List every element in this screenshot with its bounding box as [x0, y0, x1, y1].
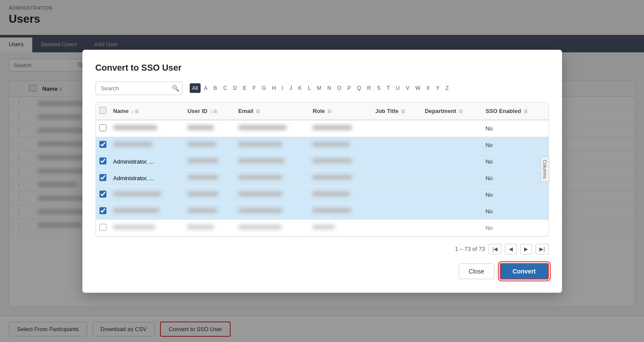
- modal-search-icon: 🔍: [172, 85, 179, 92]
- col-header-userid[interactable]: User ID ↕☰: [184, 103, 235, 120]
- alpha-btn-f[interactable]: F: [250, 83, 258, 93]
- row-name-cell: [110, 120, 184, 137]
- alpha-btn-b[interactable]: B: [211, 83, 220, 93]
- alpha-btn-v[interactable]: V: [403, 83, 412, 93]
- row-checkbox[interactable]: [99, 174, 106, 181]
- department-filter-icon[interactable]: ☰: [459, 109, 463, 114]
- col-header-sso[interactable]: SSO Enabled ☰: [482, 103, 548, 120]
- alpha-btn-o[interactable]: O: [334, 83, 344, 93]
- alpha-btn-d[interactable]: D: [231, 83, 240, 93]
- alpha-btn-l[interactable]: L: [305, 83, 313, 93]
- row-role-cell: [309, 186, 372, 203]
- row-role-cell: [309, 170, 372, 186]
- convert-button[interactable]: Convert: [500, 263, 549, 280]
- row-jobtitle-cell: [372, 137, 422, 153]
- table-row: No: [96, 186, 549, 203]
- sso-value: No: [485, 158, 493, 165]
- col-header-role[interactable]: Role ☰: [309, 103, 372, 120]
- alphabet-bar: All A B C D E F G H I J K L M N O P: [190, 83, 452, 93]
- col-header-name[interactable]: Name ↕☰: [110, 103, 184, 120]
- jobtitle-filter-icon[interactable]: ☰: [401, 109, 405, 114]
- row-jobtitle-cell: [372, 170, 422, 186]
- alpha-btn-s[interactable]: S: [375, 83, 383, 93]
- row-checkbox-cell: [96, 186, 110, 203]
- row-checkbox[interactable]: [99, 191, 106, 198]
- sso-value: No: [485, 192, 493, 198]
- columns-side-button[interactable]: Columns: [541, 157, 549, 181]
- alpha-btn-c[interactable]: C: [221, 83, 230, 93]
- row-sso-cell: No: [482, 137, 548, 153]
- alpha-btn-all[interactable]: All: [190, 83, 201, 93]
- row-name-cell: [110, 186, 184, 203]
- row-dept-cell: [421, 203, 482, 219]
- row-checkbox[interactable]: [99, 157, 106, 164]
- alpha-btn-i[interactable]: I: [279, 83, 286, 93]
- select-all-checkbox[interactable]: [99, 107, 106, 114]
- prev-page-button[interactable]: ◀: [505, 244, 517, 254]
- col-header-department[interactable]: Department ☰: [421, 103, 482, 120]
- row-role-cell: [309, 219, 372, 236]
- row-name-cell: [110, 203, 184, 219]
- modal-search-input[interactable]: [95, 82, 183, 95]
- alpha-btn-r[interactable]: R: [365, 83, 374, 93]
- alpha-btn-g[interactable]: G: [259, 83, 269, 93]
- row-jobtitle-cell: [372, 153, 422, 170]
- role-filter-icon[interactable]: ☰: [327, 109, 331, 114]
- sso-value: No: [485, 225, 493, 231]
- row-checkbox-cell: [96, 219, 110, 236]
- next-page-button[interactable]: ▶: [520, 244, 532, 254]
- alpha-btn-a[interactable]: A: [201, 83, 210, 93]
- close-button[interactable]: Close: [459, 263, 494, 279]
- row-name-cell: [110, 137, 184, 153]
- row-sso-cell: No: [482, 203, 548, 219]
- alpha-btn-w[interactable]: W: [413, 83, 423, 93]
- alpha-btn-u[interactable]: U: [393, 83, 402, 93]
- row-jobtitle-cell: [372, 120, 422, 137]
- modal-table: Name ↕☰ User ID ↕☰ Email ☰ Role ☰ Job Ti…: [96, 103, 549, 236]
- row-sso-cell: No: [482, 153, 548, 170]
- col-header-email[interactable]: Email ☰: [235, 103, 310, 120]
- row-userid-cell: [184, 186, 235, 203]
- row-checkbox[interactable]: [99, 141, 106, 148]
- convert-sso-modal: Convert to SSO User 🔍 All A B C D E F G …: [82, 50, 562, 293]
- last-page-button[interactable]: ▶|: [535, 244, 549, 254]
- row-checkbox-cell: [96, 120, 110, 137]
- alpha-btn-p[interactable]: P: [345, 83, 354, 93]
- row-userid-cell: [184, 120, 235, 137]
- table-row: No: [96, 137, 549, 153]
- userid-filter-icon[interactable]: ☰: [213, 109, 217, 114]
- col-header-jobtitle[interactable]: Job Title ☰: [372, 103, 422, 120]
- table-row: Administrator, ... No: [96, 170, 549, 186]
- row-role-cell: [309, 203, 372, 219]
- alpha-btn-x[interactable]: X: [424, 83, 433, 93]
- row-name-cell: Administrator, ...: [110, 153, 184, 170]
- alpha-btn-n[interactable]: N: [325, 83, 334, 93]
- table-row: No: [96, 203, 549, 219]
- row-checkbox-cell: [96, 170, 110, 186]
- email-filter-icon[interactable]: ☰: [256, 109, 260, 114]
- table-row: Administrator, ... No: [96, 153, 549, 170]
- first-page-button[interactable]: |◀: [488, 244, 501, 254]
- row-userid-cell: [184, 170, 235, 186]
- alpha-btn-e[interactable]: E: [240, 83, 249, 93]
- row-checkbox[interactable]: [99, 224, 106, 231]
- modal-footer: Close Convert: [95, 263, 549, 280]
- row-checkbox-cell: [96, 137, 110, 153]
- row-dept-cell: [421, 186, 482, 203]
- alpha-btn-t[interactable]: T: [384, 83, 392, 93]
- row-checkbox[interactable]: [99, 207, 106, 214]
- sso-filter-icon[interactable]: ☰: [524, 109, 528, 114]
- alpha-btn-h[interactable]: H: [269, 83, 279, 93]
- alpha-btn-z[interactable]: Z: [443, 83, 451, 93]
- modal-title: Convert to SSO User: [95, 63, 549, 73]
- row-checkbox[interactable]: [99, 124, 106, 131]
- row-checkbox-cell: [96, 153, 110, 170]
- alpha-btn-q[interactable]: Q: [354, 83, 364, 93]
- row-jobtitle-cell: [372, 186, 422, 203]
- row-email-cell: [235, 120, 310, 137]
- alpha-btn-y[interactable]: Y: [433, 83, 442, 93]
- alpha-btn-j[interactable]: J: [287, 83, 295, 93]
- alpha-btn-k[interactable]: K: [296, 83, 304, 93]
- name-filter-icon[interactable]: ☰: [135, 109, 139, 114]
- alpha-btn-m[interactable]: M: [314, 83, 324, 93]
